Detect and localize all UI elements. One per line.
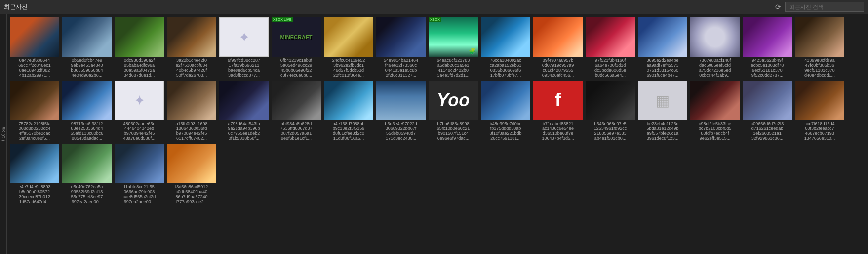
- thumb-label: e5c40e762ea5a99552f69d2cf1355c775fef8ee9…: [71, 184, 103, 204]
- thumb-item[interactable]: e5c40e762ea5a99552f69d2cf1355c775fef8ee9…: [61, 143, 113, 205]
- refresh-button[interactable]: ⟳: [773, 2, 783, 12]
- thumb-item[interactable]: 54e9814ba21464f49e632f73360c044183a1e5c8…: [375, 16, 427, 79]
- left-panel: s 5K (C:) ): [0, 14, 7, 254]
- thumb-label: b7bb6ff85a899865fc10b0e60c21b901507f151c…: [437, 121, 470, 141]
- thumb-item[interactable]: 76cca384092acca2aba152eb630835b306696f61…: [480, 16, 531, 79]
- thumb-item[interactable]: 0dc930d390a2f85baba4dfc96a00a59a5f0472a3…: [114, 16, 165, 79]
- thumb-label: 3a22b1c4e42f0e2f7530acbf63440b4c5b97420f…: [176, 58, 208, 78]
- thumb-label: 89f4907a6957b6d07919c957a9c01df428795556…: [542, 58, 574, 78]
- thumb-label: 76cca384092acca2aba152eb630835b306696f61…: [490, 58, 522, 78]
- thumb-label: 6fb41239c1eb8f5a05ed496cc2945b6b05e90f22…: [280, 58, 313, 78]
- left-label-5k: 5K (C:): [1, 127, 6, 141]
- thumb-item[interactable]: 3695e2d2ea4beaa9adf7ef425730751d33154c60…: [637, 16, 688, 79]
- thumb-item[interactable]: 6f99ffcd38cc28717fa39b696211bae8ed6cb54c…: [218, 16, 270, 79]
- thumb-item[interactable]: 3a22b1c4e42f0e2f7530acbf63440b4c5b97420f…: [166, 16, 217, 79]
- thumb-item[interactable]: 480602aaee63e4446404342edb970894e42f4543…: [114, 80, 165, 142]
- thumb-label: ccc7f618d16d400f3b2feeacc74667ecb6719313…: [804, 121, 835, 141]
- gallery-area[interactable]: 0a47e3f63664469cc7f2c846ec18ae18943df382…: [7, 14, 868, 254]
- thumb-label: be23eb4c1b26c5bda81e12d49ba9f557bfe26c1a…: [646, 121, 678, 141]
- thumb-label: f3d56c86cd5912c0db58409ba4086b7d9ba57240…: [175, 184, 208, 204]
- thumb-label: b6d3e4e97022d30689322bb67f55d6b85948d717…: [385, 121, 417, 141]
- thumb-label: 24dfc0c4139e523b962e2fb3dc146d57f5dcb53d…: [332, 58, 365, 78]
- thumb-item[interactable]: f1abfe8cc21f550666ae79fe908cae8d565a2cf2…: [114, 143, 165, 205]
- thumb-item[interactable]: 89f4907a6957b6d07919c957a9c01df428795556…: [532, 16, 584, 79]
- thumb-label: b4e168d7088bbb9c13e2f3f5159d8f81cfee3d2c…: [332, 121, 364, 141]
- thumb-item[interactable]: ccc7f618d16d400f3b2feeacc74667ecb6719313…: [794, 80, 845, 142]
- thumb-label: 54e9814ba21464f49e632f73360c044183a1e5c8…: [384, 58, 418, 78]
- thumb-item[interactable]: 9423a3628b49fecbc5e1803df789ecf51181c378…: [742, 16, 793, 79]
- thumb-item[interactable]: b646e068e07e512534961fd92cc218056e97e333…: [585, 80, 636, 142]
- thumb-label: 75782a2108f5fa008d8b0230dc44ffa5170be2ca…: [18, 121, 50, 141]
- thumb-label: abf984a8b628d7536ffd0067d37087f2d057a6a1…: [280, 121, 313, 141]
- thumb-item[interactable]: abf984a8b628d7536ffd0067d37087f2d057a6a1…: [271, 80, 322, 142]
- search-input[interactable]: [785, 2, 864, 12]
- thumb-item[interactable]: 24dfc0c4139e523b962e2fb3dc146d57f5dcb53d…: [323, 16, 374, 79]
- thumb-label: 9423a3628b49fecbc5e1803df789ecf51181c378…: [751, 58, 784, 78]
- thumb-item[interactable]: f3d56c86cd5912c0db58409ba4086b7d9ba57240…: [166, 143, 217, 205]
- thumb-label: 480602aaee63e4446404342edb970894e42f4543…: [123, 121, 155, 141]
- thumb-label: a15fb0f93d169818064360036fdb970894e42f45…: [175, 121, 207, 141]
- gallery-grid: 0a47e3f63664469cc7f2c846ec18ae18943df382…: [9, 16, 866, 205]
- thumb-label: c98cf2fe5b33fcebc7b2103cbf0d580fdfb7edcb…: [699, 121, 732, 141]
- thumb-label: f1abfe8cc21f550666ae79fe908cae8d565a2cf2…: [123, 184, 156, 204]
- thumb-label: e4e7d4e9e8893b8c90a0f8057239ccecd87b0121…: [18, 184, 50, 204]
- thumb-item[interactable]: b6d3e4e97022d30689322bb67f55d6b85948d717…: [375, 80, 427, 142]
- thumb-label: 64eac8cf121783a5dab20c1a5e141148c2f422b0…: [437, 58, 470, 78]
- thumb-item[interactable]: c98cf2fe5b33fcebc7b2103cbf0d580fdfb7edcb…: [689, 80, 741, 142]
- thumb-label: 7367e80acf148fdac5085eef5cfda75dc7236e5e…: [699, 58, 731, 78]
- top-bar-controls: ⟳: [773, 2, 864, 12]
- thumb-label: b646e068e07e512534961fd92cc218056e97e333…: [594, 121, 627, 141]
- thumb-item[interactable]: c09666d6d7c2f3d716261ceedab1ef2603521a13…: [742, 80, 793, 142]
- thumb-label: 0dc930d390a2f85baba4dfc96a00a59a5f0472a3…: [124, 58, 155, 78]
- thumb-label: 3695e2d2ea4beaa9adf7ef425730751d33154c60…: [646, 58, 678, 78]
- thumb-item[interactable]: XBOX LIVE 6fb41239c1eb8f5a05ed496cc2945b…: [271, 16, 322, 79]
- thumb-item[interactable]: be23eb4c1b26c5bda81e12d49ba9f557bfe26c1a…: [637, 80, 688, 142]
- thumb-item[interactable]: 0a47e3f63664469cc7f2c846ec18ae18943df382…: [9, 16, 60, 79]
- thumb-item[interactable]: 97f521f3b4160f6a64e700f3d1ddc3bcde606d5e…: [585, 16, 636, 79]
- thumb-label: b48e395e760bcfb175dddd58ab8f10f3ae221bdb…: [489, 121, 521, 141]
- thumb-item[interactable]: b71dabef83821ac1436c6e54eed36510be63f7e1…: [532, 80, 584, 142]
- thumb-item[interactable]: XBOX 🧩 64eac8cf121783a5dab20c1a5e141148c…: [428, 16, 479, 79]
- thumb-label: 97f521f3b4160f6a64e700f3d1ddc3bcde606d5e…: [594, 58, 626, 78]
- thumb-label: 0b5ed0fcb47e99eb9e453a4840b868559050b844…: [71, 58, 103, 78]
- thumb-label: 6f99ffcd38cc28717fa39b696211bae8ed6cb54c…: [228, 58, 260, 78]
- thumb-item-yoo[interactable]: Yoo b7bb6ff85a899865fc10b0e60c21b901507f…: [428, 80, 479, 142]
- main-content: s 5K (C:) ) 0a47e3f63664469cc7f2c846ec18…: [0, 14, 868, 254]
- thumb-item[interactable]: 43399e8cfdc9a47fc0bf385b369ecf51181c378d…: [794, 16, 845, 79]
- thumb-label: 98713ec6f381f283ee2583604d455afd133c80bc…: [71, 121, 104, 141]
- thumb-item[interactable]: b48e395e760bcfb175dddd58ab8f10f3ae221bdb…: [480, 80, 531, 142]
- thumb-item[interactable]: b4e168d7088bbb9c13e2f3f5159d8f81cfee3d2c…: [323, 80, 374, 142]
- top-bar: 최근사진 ⟳: [0, 0, 868, 14]
- thumb-label: b71dabef83821ac1436c6e54eed36510be63f7e1…: [542, 121, 574, 141]
- thumb-item[interactable]: a15fb0f93d169818064360036fdb970894e42f45…: [166, 80, 217, 142]
- thumb-label: c09666d6d7c2f3d716261ceedab1ef2603521a13…: [751, 121, 784, 141]
- thumb-item[interactable]: 75782a2108f5fa008d8b0230dc44ffa5170be2ca…: [9, 80, 60, 142]
- thumb-label: 43399e8cfdc9a47fc0bf385b369ecf51181c378d…: [804, 58, 835, 78]
- thumb-item[interactable]: e4e7d4e9e8893b8c90a0f8057239ccecd87b0121…: [9, 143, 60, 205]
- thumb-label: 0a47e3f63664469cc7f2c846ec18ae18943df382…: [18, 58, 51, 78]
- thumb-item[interactable]: 0b5ed0fcb47e99eb9e453a4840b868559050b844…: [61, 16, 113, 79]
- thumb-item[interactable]: 7367e80acf148fdac5085eef5cfda75dc7236e5e…: [689, 16, 741, 79]
- thumb-label: a798d64af543fa9a21da94b396b6c7955ee1deb2…: [228, 121, 260, 141]
- top-bar-title: 최근사진: [4, 3, 769, 11]
- thumb-item[interactable]: a798d64af543fa9a21da94b396b6c7955ee1deb2…: [218, 80, 270, 142]
- thumb-item[interactable]: 98713ec6f381f283ee2583604d455afd133c80bc…: [61, 80, 113, 142]
